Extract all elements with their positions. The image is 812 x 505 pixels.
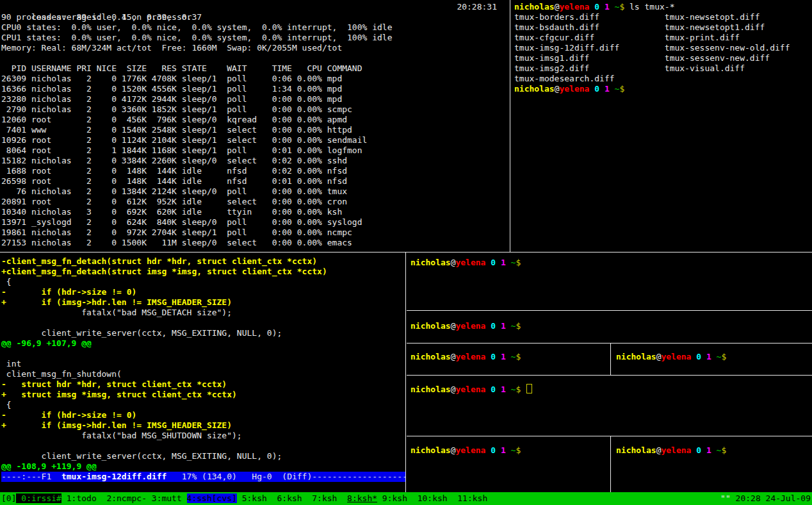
prompt-sigil: $ xyxy=(516,352,521,361)
prompt-user: nicholas xyxy=(514,2,555,12)
prompt-host: yelena xyxy=(455,445,485,455)
top-clock: 20:28:31 xyxy=(457,2,497,12)
prompt-user: nicholas xyxy=(410,352,451,361)
pane-border-vertical[interactable] xyxy=(405,252,406,492)
top-pane[interactable]: load averages: 0.45, 0.39, 0.37 20:28:31… xyxy=(0,0,510,252)
prompt-window: 1 xyxy=(496,385,506,394)
shell-pane-5[interactable]: nicholas@yelena 0 1 ~$ xyxy=(407,376,812,436)
window-tabs-1-3[interactable]: 1:todo 2:ncmpc- 3:mutt xyxy=(61,493,187,503)
file-listing-row: tmux-cfgcur.diff tmux-print.diff xyxy=(514,33,812,43)
process-row: 26598 root 2 0 148K 144K idle nfsd 0:01 … xyxy=(1,176,510,186)
diff-line: { xyxy=(1,277,405,287)
prompt-host: yelena xyxy=(455,352,485,361)
prompt-sigil: $ xyxy=(721,445,726,455)
process-row: 20891 root 2 0 612K 952K idle select 0:0… xyxy=(1,197,510,207)
prompt-path: ~ xyxy=(506,258,516,267)
prompt-path: ~ xyxy=(610,84,620,94)
process-row: 26309 nicholas 2 0 1776K 4708K sleep/1 p… xyxy=(1,74,510,84)
prompt-window: 1 xyxy=(496,258,506,267)
shell-pane-1[interactable]: nicholas@yelena 0 1 ~$ xyxy=(407,252,812,310)
diff-line: client_write_server(cctx, MSG_EXITING, N… xyxy=(1,328,405,338)
shell-pane-7[interactable]: nicholas@yelena 0 1 ~$ xyxy=(611,436,812,492)
terminal-cursor xyxy=(526,384,532,393)
prompt-line: nicholas@yelena 0 1 ~$ xyxy=(514,84,812,94)
prompt-session: 0 xyxy=(485,352,496,361)
prompt-window: 1 xyxy=(599,2,610,12)
diff-line: fatalx("bad MSG_DETACH size"); xyxy=(1,308,405,318)
diff-line: +client_msg_fn_detach(struct imsg *imsg,… xyxy=(1,267,405,277)
pane-border-vertical[interactable] xyxy=(510,0,510,252)
prompt-user: nicholas xyxy=(616,352,656,361)
process-row: 10926 root 2 0 1124K 2104K sleep/1 selec… xyxy=(1,135,510,145)
diff-line: -client_msg_fn_detach(struct hdr *hdr, s… xyxy=(1,256,405,267)
process-table-header: PID USERNAME PRI NICE SIZE RES STATE WAI… xyxy=(1,63,510,74)
prompt-host: yelena xyxy=(559,2,589,12)
window-tabs-5-7[interactable]: 5:ksh 6:ksh 7:ksh xyxy=(237,493,347,503)
window-tab-8-current[interactable]: 8:ksh* xyxy=(347,493,377,503)
process-row: 13971 _syslogd 2 0 624K 840K sleep/0 pol… xyxy=(1,217,510,228)
top-summary-line: CPU0 states: 0.0% user, 0.0% nice, 0.0% … xyxy=(1,22,510,33)
prompt-host: yelena xyxy=(661,445,691,455)
window-list: [0] 0:irssi# 1:todo 2:ncmpc- 3:mutt 4:ss… xyxy=(0,492,487,505)
prompt-session: 0 xyxy=(485,445,496,455)
prompt-session: 0 xyxy=(589,2,599,12)
diff-line: + if (imsg->hdr.len != IMSG_HEADER_SIZE) xyxy=(1,297,405,308)
process-row: 12060 root 2 0 456K 796K sleep/0 kqread … xyxy=(1,115,510,125)
top-summary-line: load averages: 0.45, 0.39, 0.37 20:28:31 xyxy=(1,2,510,12)
command-text: ls tmux-* xyxy=(624,2,674,12)
process-row: 7401 www 2 0 1540K 2548K sleep/1 select … xyxy=(1,125,510,135)
prompt-session: 0 xyxy=(485,258,496,267)
shell-pane-main[interactable]: nicholas@yelena 0 1 ~$ ls tmux-* tmux-bo… xyxy=(511,0,812,252)
modeline-filename: tmux-imsg-12diff.diff xyxy=(61,472,166,481)
window-tab-0-irssi[interactable]: 0:irssi# xyxy=(16,493,61,503)
emacs-pane[interactable]: -client_msg_fn_detach(struct hdr *hdr, s… xyxy=(0,252,405,492)
diff-line: @@ -96,9 +107,9 @@ xyxy=(1,338,405,349)
prompt-host: yelena xyxy=(455,385,485,394)
file-listing-row: tmux-bsdauth.diff tmux-newsetopt1.diff xyxy=(514,22,812,33)
diff-line: int xyxy=(1,359,405,369)
prompt-window: 1 xyxy=(496,352,506,361)
file-listing-row: tmux-imsg2.diff tmux-visual.diff xyxy=(514,63,812,74)
file-listing-row: tmux-modesearch.diff xyxy=(514,74,812,84)
diff-line xyxy=(1,441,405,451)
process-row: 23280 nicholas 2 0 4172K 2944K sleep/0 p… xyxy=(1,94,510,104)
diff-line: { xyxy=(1,400,405,410)
shell-pane-4[interactable]: nicholas@yelena 0 1 ~$ xyxy=(611,344,812,375)
diff-line: fatalx("bad MSG_SHUTDOWN size"); xyxy=(1,431,405,441)
process-row: 10340 nicholas 3 0 692K 620K idle ttyin … xyxy=(1,207,510,217)
prompt-host: yelena xyxy=(559,84,589,94)
space xyxy=(521,385,526,394)
diff-line: - struct hdr *hdr, struct client_ctx *cc… xyxy=(1,379,405,390)
load-averages: load averages: 0.45, 0.39, 0.37 xyxy=(31,12,202,22)
diff-line: client_write_server(cctx, MSG_EXITING, N… xyxy=(1,451,405,461)
prompt-host: yelena xyxy=(455,321,485,331)
prompt-session: 0 xyxy=(589,84,599,94)
file-listing-row: tmux-imsg-12diff.diff tmux-sessenv-new-o… xyxy=(514,43,812,53)
process-row: 16366 nicholas 2 0 1520K 4556K sleep/1 p… xyxy=(1,84,510,94)
tmux-status-bar: [0] 0:irssi# 1:todo 2:ncmpc- 3:mutt 4:ss… xyxy=(0,492,812,505)
shell-pane-3[interactable]: nicholas@yelena 0 1 ~$ xyxy=(407,344,610,375)
prompt-user: nicholas xyxy=(410,258,451,267)
prompt-path: ~ xyxy=(610,2,620,12)
prompt-path: ~ xyxy=(711,445,722,455)
shell-pane-2[interactable]: nicholas@yelena 0 1 ~$ xyxy=(407,311,812,343)
prompt-user: nicholas xyxy=(616,445,656,455)
prompt-sigil: $ xyxy=(516,258,521,267)
emacs-modeline: ----:---F1 tmux-imsg-12diff.diff 17% (13… xyxy=(1,472,405,482)
prompt-user: nicholas xyxy=(410,445,451,455)
prompt-user: nicholas xyxy=(514,84,555,94)
prompt-sigil: $ xyxy=(721,352,726,361)
tmux-screen: load averages: 0.45, 0.39, 0.37 20:28:31… xyxy=(0,0,812,505)
window-tab-4-ssh[interactable]: 4:ssh[cvs] xyxy=(187,493,237,503)
prompt-sigil: $ xyxy=(516,445,521,455)
window-tabs-9-11[interactable]: 9:ksh 10:ksh 11:ksh xyxy=(377,493,487,503)
process-row: 19861 nicholas 2 0 972K 2704K sleep/1 po… xyxy=(1,228,510,238)
modeline-prefix: ----:---F1 xyxy=(1,472,61,481)
prompt-session: 0 xyxy=(691,352,701,361)
prompt-window: 1 xyxy=(496,445,506,455)
diff-line xyxy=(1,349,405,359)
diff-line xyxy=(1,318,405,328)
process-row: 27153 nicholas 2 0 1500K 11M sleep/0 sel… xyxy=(1,238,510,248)
shell-pane-6[interactable]: nicholas@yelena 0 1 ~$ xyxy=(407,436,610,492)
prompt-session: 0 xyxy=(485,321,496,331)
